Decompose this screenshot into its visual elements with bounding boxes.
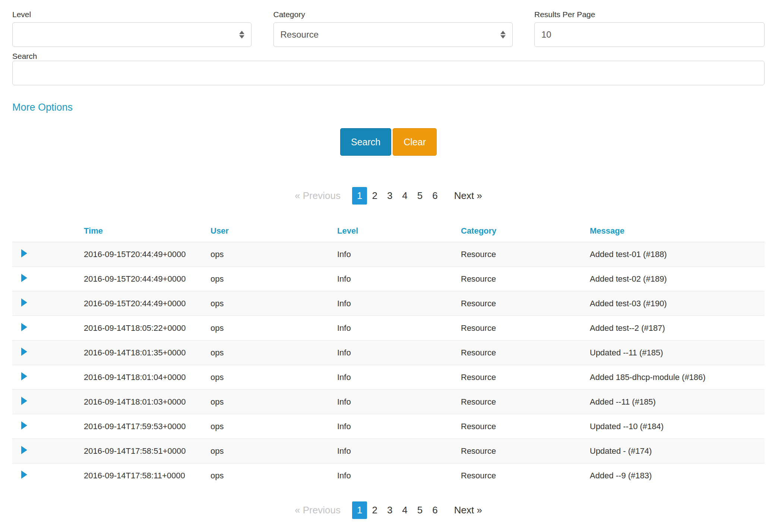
- cell-category: Resource: [457, 365, 586, 390]
- search-button[interactable]: Search: [340, 128, 391, 156]
- cell-category: Resource: [457, 390, 586, 414]
- cell-user: ops: [207, 390, 333, 414]
- table-body: 2016-09-15T20:44:49+0000opsInfoResourceA…: [12, 242, 765, 488]
- pagination-page[interactable]: 4: [397, 501, 412, 519]
- cell-message: Updated --11 (#185): [586, 341, 765, 365]
- time-column-header[interactable]: Time: [80, 221, 207, 242]
- cell-level: Info: [333, 463, 457, 488]
- cell-level: Info: [333, 365, 457, 390]
- message-column-header[interactable]: Message: [586, 221, 765, 242]
- cell-category: Resource: [457, 316, 586, 341]
- cell-message: Added test-03 (#190): [586, 291, 765, 316]
- table-row: 2016-09-15T20:44:49+0000opsInfoResourceA…: [12, 291, 765, 316]
- pagination-page[interactable]: 3: [382, 501, 397, 519]
- expand-row-icon[interactable]: [21, 323, 27, 331]
- cell-user: ops: [207, 267, 333, 291]
- results-per-page-input[interactable]: [534, 22, 765, 47]
- category-column-header[interactable]: Category: [457, 221, 586, 242]
- cell-time: 2016-09-14T18:01:04+0000: [80, 365, 207, 390]
- pagination-page[interactable]: 4: [397, 187, 412, 205]
- cell-time: 2016-09-15T20:44:49+0000: [80, 242, 207, 267]
- category-filter: Category Resource: [273, 10, 513, 47]
- cell-level: Info: [333, 341, 457, 365]
- search-input[interactable]: [12, 61, 765, 85]
- table-row: 2016-09-14T17:59:53+0000opsInfoResourceU…: [12, 414, 765, 439]
- pagination-page[interactable]: 6: [427, 187, 442, 205]
- user-column-header[interactable]: User: [207, 221, 333, 242]
- expand-row-icon[interactable]: [21, 274, 27, 282]
- pagination-page-active[interactable]: 1: [352, 187, 367, 205]
- cell-level: Info: [333, 439, 457, 463]
- pagination-previous[interactable]: « Previous: [290, 501, 345, 519]
- select-arrows-icon: [239, 31, 244, 39]
- log-viewer-page: Level Category Resource Results Per Page: [0, 0, 772, 532]
- expand-row-icon[interactable]: [21, 397, 27, 405]
- cell-category: Resource: [457, 242, 586, 267]
- caret-column-header: [12, 221, 80, 242]
- cell-message: Added test-01 (#188): [586, 242, 765, 267]
- cell-user: ops: [207, 414, 333, 439]
- cell-category: Resource: [457, 291, 586, 316]
- pagination-page[interactable]: 2: [367, 501, 382, 519]
- cell-category: Resource: [457, 267, 586, 291]
- cell-user: ops: [207, 291, 333, 316]
- cell-user: ops: [207, 316, 333, 341]
- cell-time: 2016-09-14T18:05:22+0000: [80, 316, 207, 341]
- cell-category: Resource: [457, 414, 586, 439]
- expand-row-icon[interactable]: [21, 421, 27, 430]
- action-buttons: Search Clear: [12, 128, 765, 156]
- pagination-bottom: « Previous123456Next »: [12, 501, 765, 519]
- pagination-page-active[interactable]: 1: [352, 501, 367, 519]
- expand-row-icon[interactable]: [21, 471, 27, 479]
- table-row: 2016-09-14T18:01:04+0000opsInfoResourceA…: [12, 365, 765, 390]
- filter-row: Level Category Resource Results Per Page: [12, 10, 765, 47]
- cell-message: Added --9 (#183): [586, 463, 765, 488]
- level-select[interactable]: [12, 22, 251, 47]
- search-block: Search: [12, 51, 765, 85]
- cell-user: ops: [207, 341, 333, 365]
- cell-category: Resource: [457, 341, 586, 365]
- results-per-page-filter: Results Per Page: [534, 10, 765, 47]
- table-row: 2016-09-14T17:58:11+0000opsInfoResourceA…: [12, 463, 765, 488]
- more-options-link[interactable]: More Options: [12, 102, 73, 113]
- pagination-previous[interactable]: « Previous: [290, 187, 345, 205]
- level-filter: Level: [12, 10, 251, 47]
- cell-time: 2016-09-14T17:58:51+0000: [80, 439, 207, 463]
- expand-row-icon[interactable]: [21, 249, 27, 257]
- cell-message: Updated - (#174): [586, 439, 765, 463]
- pagination-page[interactable]: 2: [367, 187, 382, 205]
- cell-time: 2016-09-15T20:44:49+0000: [80, 291, 207, 316]
- table-row: 2016-09-15T20:44:49+0000opsInfoResourceA…: [12, 267, 765, 291]
- pagination-page[interactable]: 6: [427, 501, 442, 519]
- search-label: Search: [12, 52, 37, 60]
- cell-level: Info: [333, 414, 457, 439]
- pagination-top: « Previous123456Next »: [12, 187, 765, 205]
- pagination-page[interactable]: 3: [382, 187, 397, 205]
- cell-category: Resource: [457, 463, 586, 488]
- pagination-page[interactable]: 5: [412, 501, 427, 519]
- cell-time: 2016-09-15T20:44:49+0000: [80, 267, 207, 291]
- cell-message: Added --11 (#185): [586, 390, 765, 414]
- pagination-next[interactable]: Next »: [449, 501, 487, 519]
- table-row: 2016-09-14T18:01:35+0000opsInfoResourceU…: [12, 341, 765, 365]
- cell-time: 2016-09-14T18:01:35+0000: [80, 341, 207, 365]
- clear-button[interactable]: Clear: [393, 128, 437, 156]
- pagination-next[interactable]: Next »: [449, 187, 487, 205]
- expand-row-icon[interactable]: [21, 372, 27, 380]
- cell-level: Info: [333, 316, 457, 341]
- expand-row-icon[interactable]: [21, 348, 27, 356]
- expand-row-icon[interactable]: [21, 446, 27, 454]
- results-per-page-label: Results Per Page: [534, 10, 765, 19]
- level-column-header[interactable]: Level: [333, 221, 457, 242]
- category-label: Category: [273, 10, 513, 19]
- category-select[interactable]: Resource: [273, 22, 513, 47]
- expand-row-icon[interactable]: [21, 298, 27, 307]
- cell-message: Updated --10 (#184): [586, 414, 765, 439]
- cell-message: Added 185-dhcp-module (#186): [586, 365, 765, 390]
- select-arrows-icon: [500, 31, 506, 39]
- table-row: 2016-09-14T17:58:51+0000opsInfoResourceU…: [12, 439, 765, 463]
- table-row: 2016-09-15T20:44:49+0000opsInfoResourceA…: [12, 242, 765, 267]
- cell-level: Info: [333, 267, 457, 291]
- cell-level: Info: [333, 390, 457, 414]
- pagination-page[interactable]: 5: [412, 187, 427, 205]
